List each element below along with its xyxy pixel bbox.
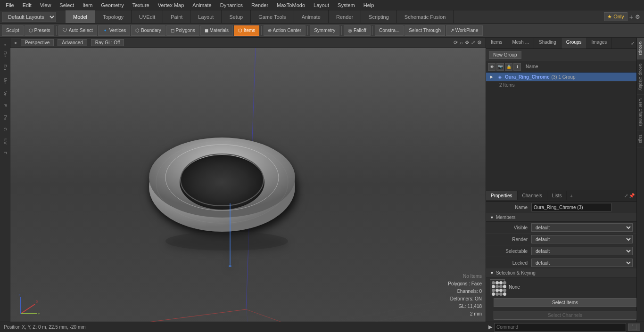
tab-images[interactable]: Images <box>587 38 612 49</box>
locked-select[interactable]: default <box>531 259 633 267</box>
menu-vertex-map[interactable]: Vertex Map <box>154 1 188 9</box>
name-input[interactable] <box>531 203 611 211</box>
work-plane-button[interactable]: ↗ WorkPlane <box>446 25 483 36</box>
sidebar-item-c[interactable]: C... <box>2 126 8 136</box>
menu-view[interactable]: View <box>36 1 55 9</box>
menu-file[interactable]: File <box>2 1 18 9</box>
status-bar: Position X, Y, Z: 0 m, 22.5 mm, -20 mm ▶… <box>0 322 644 332</box>
rs-tab-tags[interactable]: Tags <box>637 130 644 147</box>
props-tab-lists[interactable]: Lists <box>547 191 567 200</box>
tab-topology[interactable]: Topology <box>95 10 132 23</box>
settings-icon[interactable]: ⚙ <box>477 40 482 46</box>
props-pin-icon[interactable]: 📌 <box>629 193 635 198</box>
visible-select[interactable]: default <box>531 223 633 232</box>
menu-geometry[interactable]: Geometry <box>97 1 127 9</box>
symmetry-button[interactable]: Symmetry <box>310 25 339 36</box>
menu-animate[interactable]: Animate <box>189 1 215 9</box>
rs-tab-groups[interactable]: Groups <box>637 38 644 60</box>
menu-edit[interactable]: Edit <box>19 1 35 9</box>
tab-groups[interactable]: Groups <box>561 38 587 49</box>
vertices-button[interactable]: 🔹 Vertices <box>98 25 130 36</box>
sel-keying-arrow-icon[interactable]: ▼ <box>490 271 494 275</box>
sidebar-item-me[interactable]: Me... <box>2 76 8 89</box>
sidebar-item-du[interactable]: Du... <box>2 63 8 75</box>
menu-maxtomodo[interactable]: MaxToModo <box>273 1 309 9</box>
tab-layout[interactable]: Layout <box>190 10 222 23</box>
eye-icon[interactable]: 👁 <box>488 63 495 71</box>
command-input[interactable] <box>494 323 626 332</box>
tab-mesh[interactable]: Mesh ... <box>507 38 534 49</box>
tab-items[interactable]: Items <box>486 38 507 49</box>
sidebar-item-uv[interactable]: UV... <box>2 137 8 149</box>
tab-scripting[interactable]: Scripting <box>361 10 397 23</box>
polygons-button[interactable]: ◻ Polygons <box>166 25 199 36</box>
tab-game-tools[interactable]: Game Tools <box>251 10 294 23</box>
falloff-button[interactable]: ◎ Falloff <box>344 25 371 36</box>
info-icon[interactable]: ℹ <box>513 63 521 71</box>
select-channels-button[interactable]: Select Channels <box>494 311 636 320</box>
star-only[interactable]: ★ Only <box>604 12 627 21</box>
members-arrow-icon[interactable]: ▼ <box>490 215 494 220</box>
menu-system[interactable]: System <box>334 1 359 9</box>
materials-button[interactable]: ◼ Materials <box>200 25 233 36</box>
menu-texture[interactable]: Texture <box>129 1 153 9</box>
menu-item[interactable]: Item <box>79 1 96 9</box>
props-tab-properties[interactable]: Properties <box>486 191 518 200</box>
select-through-button[interactable]: Select Through <box>405 25 445 36</box>
boundary-button[interactable]: ⬡ Boundary <box>131 25 165 36</box>
expand-icon[interactable]: ⤢ <box>631 40 635 46</box>
presets-button[interactable]: ⬡ Presets <box>25 25 55 36</box>
auto-select-button[interactable]: 🛡 Auto Select <box>58 25 97 36</box>
props-expand-icon[interactable]: ⤢ <box>624 193 628 198</box>
viewport-3d[interactable]: X Y Z No Items Polygons : Face Channels:… <box>10 48 486 322</box>
perspective-button[interactable]: Perspective <box>21 39 54 46</box>
lock-icon[interactable]: 🔒 <box>505 63 512 71</box>
tab-model[interactable]: Model <box>66 10 95 23</box>
sidebar-item-ve[interactable]: Ve... <box>2 89 8 102</box>
tab-animate[interactable]: Animate <box>294 10 329 23</box>
command-arrow-icon[interactable]: ▶ <box>488 324 492 330</box>
menu-dynamics[interactable]: Dynamics <box>216 1 247 9</box>
add-tab-icon[interactable]: + <box>567 191 575 201</box>
pan-icon[interactable]: ✥ <box>465 40 469 46</box>
render-select[interactable]: default <box>531 235 633 243</box>
tab-schematic-fusion[interactable]: Schematic Fusion <box>397 10 454 23</box>
menu-select[interactable]: Select <box>56 1 78 9</box>
group-item-oura[interactable]: ▶ ◈ Oura_Ring_Chrome (3) 1 Group <box>486 73 636 81</box>
settings-icon[interactable]: ⚙ <box>635 14 640 20</box>
menu-help[interactable]: Help <box>360 1 378 9</box>
layout-dropdown[interactable]: Default Layouts <box>2 12 56 22</box>
left-sidebar: ● De... Du... Me... Ve... E... Po... C..… <box>0 38 10 322</box>
tab-shading[interactable]: Shading <box>534 38 561 49</box>
rs-tab-user-channels[interactable]: User Channels <box>637 95 644 131</box>
new-group-button[interactable]: New Group <box>489 51 521 59</box>
add-layout-icon[interactable]: + <box>629 13 633 21</box>
menu-layout[interactable]: Layout <box>310 1 333 9</box>
zoom-icon[interactable]: ⌕ <box>460 40 463 46</box>
menu-render[interactable]: Render <box>248 1 272 9</box>
maximize-icon[interactable]: ⤢ <box>471 40 475 46</box>
props-tab-channels[interactable]: Channels <box>518 191 547 200</box>
rs-tab-group-display[interactable]: Group Display <box>637 60 644 95</box>
command-go-button[interactable]: ⬛ <box>628 324 640 331</box>
tab-paint[interactable]: Paint <box>163 10 190 23</box>
sidebar-item-e[interactable]: E... <box>2 102 8 113</box>
tab-uvedit[interactable]: UVEdit <box>132 10 163 23</box>
rotate-icon[interactable]: ⟳ <box>454 40 458 46</box>
sculpt-button[interactable]: Sculpt <box>2 25 24 36</box>
k6 <box>495 285 499 288</box>
raygl-button[interactable]: Ray GL: Off <box>91 39 124 46</box>
tab-setup[interactable]: Setup <box>222 10 251 23</box>
action-center-button[interactable]: ⊕ Action Center <box>264 25 305 36</box>
tab-render[interactable]: Render <box>329 10 361 23</box>
constraints-button[interactable]: Constra... <box>375 25 404 36</box>
sidebar-item-f[interactable]: F... <box>2 150 8 159</box>
select-items-button[interactable]: Select Items <box>494 298 636 307</box>
camera-icon[interactable]: 📷 <box>496 63 504 71</box>
sidebar-item-po[interactable]: Po... <box>2 113 8 126</box>
advanced-button[interactable]: Advanced <box>58 39 87 46</box>
locked-value: default <box>531 259 633 267</box>
selectable-select[interactable]: default <box>531 247 633 255</box>
items-button[interactable]: ⬡ Items <box>234 25 259 36</box>
sidebar-item-de[interactable]: De... <box>2 49 8 62</box>
